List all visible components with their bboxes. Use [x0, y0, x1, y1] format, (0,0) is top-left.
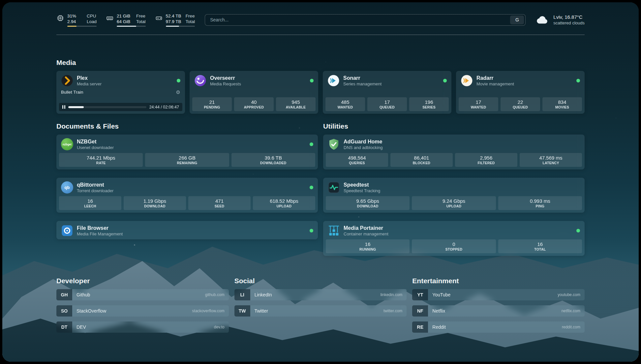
stat-value: 9.24 Gbps	[412, 198, 495, 204]
stat-label: WANTED	[459, 105, 498, 109]
stat-label: UPLOAD	[254, 204, 315, 208]
status-dot-online	[177, 79, 180, 82]
service-stats: 498,564QUERIES 86,401BLOCKED 2,956FILTER…	[323, 153, 585, 169]
service-card-speedtest[interactable]: Speedtest Speedtest Tracking 9.65 GbpsDO…	[323, 178, 585, 213]
wallpaper-snow-specks	[2, 2, 3, 3]
utilities-section-title: Utilities	[323, 122, 585, 130]
stat-label: QUEUED	[501, 105, 539, 109]
bookmark-youtube[interactable]: YT YouTube youtube.com	[412, 289, 585, 300]
bookmark-url: linkedin.com	[381, 292, 403, 297]
memory-widget: 21 GiB Free 64 GiB Total	[106, 13, 146, 27]
stat-value: 47.569 ms	[520, 155, 581, 161]
disk-readout: 52.4 TB Free 97.9 TB Total	[166, 13, 195, 27]
service-name: Overseerr	[210, 75, 241, 81]
bookmark-github[interactable]: GH Github github.com	[56, 289, 229, 300]
service-description: DNS and adblocking	[344, 145, 383, 150]
disk-total-value: 97.9 TB	[166, 19, 181, 24]
bookmark-abbr: TW	[234, 305, 250, 317]
stat-box: 196SERIES	[409, 97, 449, 111]
cpu-icon	[56, 14, 64, 22]
stat-box: 485WANTED	[325, 97, 365, 111]
stat-box: 40APPROVED	[234, 97, 274, 111]
service-name: Sonarr	[343, 75, 382, 81]
radarr-icon	[461, 75, 473, 87]
bookmark-name: LinkedIn	[255, 292, 272, 297]
service-description: Torrent downloader	[77, 188, 113, 194]
stat-label: QUEUED	[368, 105, 406, 109]
service-description: Container management	[344, 231, 388, 237]
bookmark-stackoverflow[interactable]: SO StackOverflow stackoverflow.com	[56, 305, 229, 317]
stat-box: 47.569 msLATENCY	[520, 153, 582, 167]
stat-box: 17QUEUED	[367, 97, 407, 111]
stat-value: 17	[459, 99, 498, 105]
search-provider-button[interactable]: G	[510, 15, 524, 24]
cpu-readout: 31% CPU 2.94 Load	[67, 13, 97, 27]
stat-label: LEECH	[60, 204, 121, 208]
bookmark-url: youtube.com	[558, 292, 580, 297]
search-input[interactable]	[205, 17, 510, 22]
stat-value: 485	[326, 99, 364, 105]
weather-widget: Lviv, 16.87°C scattered clouds	[535, 13, 585, 27]
stat-value: 40	[235, 99, 273, 105]
service-name: Plex	[77, 75, 102, 81]
service-card-adguard[interactable]: AdGuard Home DNS and adblocking 498,564Q…	[323, 135, 585, 169]
developer-section-title: Developer	[56, 277, 229, 285]
stat-value: 196	[410, 99, 448, 105]
stat-value: 0	[412, 241, 495, 247]
service-stats: 485WANTED 17QUEUED 196SERIES	[323, 97, 451, 114]
service-stats: 16LEECH 1.19 GbpsDOWNLOAD 471SEED 618.52…	[56, 196, 318, 213]
service-card-portainer[interactable]: Media Portainer Container management 16R…	[323, 221, 585, 256]
stat-box: 16RUNNING	[326, 239, 410, 253]
bookmark-name: Reddit	[432, 324, 445, 330]
memory-total-value: 64 GiB	[117, 19, 132, 24]
bookmark-netflix[interactable]: NF Netflix netflix.com	[412, 305, 585, 317]
cpu-progress-bar	[67, 26, 97, 27]
stat-label: REMAINING	[146, 161, 228, 165]
stat-box: 17WANTED	[459, 97, 498, 111]
stat-box: 2,956FILTERED	[455, 153, 517, 167]
service-card-radarr[interactable]: Radarr Movie management 17WANTED 22QUEUE…	[456, 71, 585, 114]
bookmark-linkedin[interactable]: LI LinkedIn linkedin.com	[234, 289, 407, 300]
stat-box: 1.19 GbpsDOWNLOAD	[124, 196, 186, 210]
stat-box: 0.993 msPING	[498, 196, 582, 210]
stat-value: 16	[499, 241, 581, 247]
bookmark-twitter[interactable]: TW Twitter twitter.com	[234, 305, 407, 317]
bookmark-abbr: YT	[412, 289, 428, 300]
service-stats: 16RUNNING 0STOPPED 16TOTAL	[323, 239, 585, 256]
service-card-filebrowser[interactable]: File Browser Media File Management	[56, 221, 318, 239]
stat-value: 39.6 TB	[232, 155, 315, 161]
media-section-title: Media	[56, 59, 585, 67]
disk-free-label: Free	[186, 13, 195, 19]
weather-location-temp: Lviv, 16.87°C	[553, 14, 585, 20]
service-card-nzbget[interactable]: nzbget NZBGet Usenet downloader 744.21 M…	[56, 135, 318, 169]
portainer-icon	[328, 225, 340, 237]
memory-progress-bar	[117, 26, 146, 27]
bookmark-dev[interactable]: DT DEV dev.to	[56, 321, 229, 333]
documents-section-title: Documents & Files	[56, 122, 318, 130]
stat-box: 498,564QUERIES	[326, 153, 388, 167]
status-dot-online	[310, 142, 313, 146]
stat-box: 16LEECH	[59, 196, 121, 210]
service-card-qbittorrent[interactable]: qb qBittorrent Torrent downloader 16LEEC…	[56, 178, 318, 213]
overseerr-icon	[194, 75, 206, 87]
social-section-title: Social	[234, 277, 407, 285]
service-card-plex[interactable]: Plex Media server Bullet Train ⚙ 24:44 /…	[56, 71, 185, 114]
stat-box: 744.21 MbpsRATE	[59, 153, 143, 167]
service-stats: 9.65 GbpsDOWNLOAD 9.24 GbpsUPLOAD 0.993 …	[323, 196, 585, 213]
stat-box: 471SEED	[188, 196, 251, 210]
disk-widget: 52.4 TB Free 97.9 TB Total	[155, 13, 195, 27]
gear-icon[interactable]: ⚙	[176, 90, 180, 95]
qbittorrent-icon: qb	[61, 181, 73, 194]
bookmark-abbr: DT	[56, 321, 72, 333]
bookmark-abbr: SO	[56, 305, 72, 317]
bookmark-abbr: RE	[412, 321, 428, 333]
stat-box: 618.52 MbpsUPLOAD	[253, 196, 315, 210]
stat-value: 945	[277, 99, 315, 105]
service-card-sonarr[interactable]: Sonarr Series management 485WANTED 17QUE…	[323, 71, 451, 114]
service-card-overseerr[interactable]: Overseerr Media Requests 21PENDING 40APP…	[190, 71, 318, 114]
stat-box: 0STOPPED	[412, 239, 496, 253]
stat-box: 22QUEUED	[501, 97, 540, 111]
bookmark-reddit[interactable]: RE Reddit reddit.com	[412, 321, 585, 333]
cpu-usage-value: 31%	[67, 13, 82, 19]
stat-box: 945AVAILABLE	[276, 97, 316, 111]
